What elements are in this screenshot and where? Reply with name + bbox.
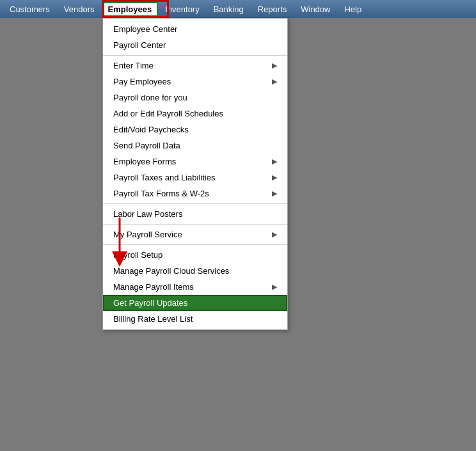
submenu-arrow-icon: ▶ [272, 230, 277, 239]
menu-item-label: Payroll done for you [113, 93, 187, 102]
menu-item-payroll-center[interactable]: Payroll Center [103, 37, 287, 53]
menu-item-label: Employee Forms [113, 157, 176, 166]
menubar: CustomersVendorsEmployeesInventoryBankin… [0, 0, 476, 18]
menu-item-enter-time[interactable]: Enter Time▶ [103, 58, 287, 74]
submenu-arrow-icon: ▶ [272, 173, 277, 182]
dropdown-menu: Employee CenterPayroll CenterEnter Time▶… [102, 18, 288, 330]
submenu-arrow-icon: ▶ [272, 283, 277, 291]
menu-item-label: Get Payroll Updates [113, 298, 187, 308]
menu-item-label: Employee Center [113, 24, 177, 34]
menu-separator [103, 203, 287, 204]
menu-item-labor-law-posters[interactable]: Labor Law Posters [103, 206, 287, 222]
menu-item-label: Add or Edit Payroll Schedules [113, 109, 223, 118]
menu-item-get-payroll-updates[interactable]: Get Payroll Updates [103, 295, 287, 311]
menubar-item-employees[interactable]: Employees [102, 2, 159, 17]
menu-separator [103, 55, 287, 56]
menu-item-manage-payroll-cloud-services[interactable]: Manage Payroll Cloud Services [103, 263, 287, 279]
menubar-item-window[interactable]: Window [294, 1, 337, 17]
menu-item-employee-center[interactable]: Employee Center [103, 21, 287, 37]
menubar-item-customers[interactable]: Customers [3, 1, 57, 17]
menu-item-payroll-done-for-you[interactable]: Payroll done for you [103, 90, 287, 106]
menu-item-label: Payroll Setup [113, 250, 163, 260]
menubar-item-banking[interactable]: Banking [207, 1, 251, 17]
submenu-arrow-icon: ▶ [272, 77, 277, 86]
menu-item-label: Payroll Center [113, 40, 166, 50]
submenu-arrow-icon: ▶ [272, 157, 277, 166]
menu-separator [103, 244, 287, 245]
menu-item-label: Pay Employees [113, 77, 171, 86]
employees-dropdown: Employee CenterPayroll CenterEnter Time▶… [102, 18, 288, 330]
menu-item-add-or-edit-payroll-schedules[interactable]: Add or Edit Payroll Schedules [103, 106, 287, 122]
menu-item-send-payroll-data[interactable]: Send Payroll Data [103, 138, 287, 154]
menu-item-label: Labor Law Posters [113, 209, 182, 219]
menu-item-label: Payroll Tax Forms & W-2s [113, 189, 209, 198]
menu-item-pay-employees[interactable]: Pay Employees▶ [103, 74, 287, 90]
menu-item-label: Send Payroll Data [113, 141, 180, 150]
menu-separator [103, 224, 287, 225]
menu-item-employee-forms[interactable]: Employee Forms▶ [103, 154, 287, 170]
menu-item-edit/void-paychecks[interactable]: Edit/Void Paychecks [103, 122, 287, 138]
menu-item-payroll-tax-forms-&-w-2s[interactable]: Payroll Tax Forms & W-2s▶ [103, 186, 287, 202]
submenu-arrow-icon: ▶ [272, 189, 277, 198]
submenu-arrow-icon: ▶ [272, 61, 277, 70]
menubar-item-inventory[interactable]: Inventory [158, 1, 206, 17]
menu-item-manage-payroll-items[interactable]: Manage Payroll Items▶ [103, 279, 287, 295]
menu-item-label: Billing Rate Level List [113, 314, 193, 324]
menu-item-label: Manage Payroll Items [113, 282, 194, 292]
menu-item-my-payroll-service[interactable]: My Payroll Service▶ [103, 226, 287, 242]
menu-item-label: Payroll Taxes and Liabilities [113, 173, 215, 182]
menu-item-label: My Payroll Service [113, 230, 182, 239]
menubar-item-vendors[interactable]: Vendors [57, 1, 102, 17]
menu-item-billing-rate-level-list[interactable]: Billing Rate Level List [103, 311, 287, 327]
menu-item-label: Edit/Void Paychecks [113, 125, 189, 134]
menu-item-label: Manage Payroll Cloud Services [113, 266, 229, 276]
menu-item-payroll-setup[interactable]: Payroll Setup [103, 247, 287, 263]
menubar-item-reports[interactable]: Reports [251, 1, 294, 17]
menu-item-label: Enter Time [113, 61, 154, 70]
menu-item-payroll-taxes-and-liabilities[interactable]: Payroll Taxes and Liabilities▶ [103, 170, 287, 186]
menubar-item-help[interactable]: Help [337, 1, 369, 17]
